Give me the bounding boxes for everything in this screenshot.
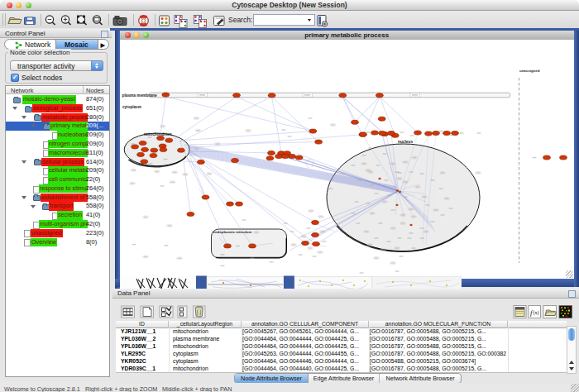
- svg-text:plasma membrane: plasma membrane: [122, 93, 157, 98]
- svg-text:cytoplasm: cytoplasm: [122, 105, 141, 109]
- svg-text:mitochondrion: mitochondrion: [144, 132, 172, 136]
- svg-text:nucleus: nucleus: [398, 140, 413, 144]
- svg-text:(x): (x): [534, 310, 539, 316]
- svg-text:unassigned: unassigned: [519, 69, 540, 73]
- svg-text:endoplasmic reticulum: endoplasmic reticulum: [213, 230, 252, 234]
